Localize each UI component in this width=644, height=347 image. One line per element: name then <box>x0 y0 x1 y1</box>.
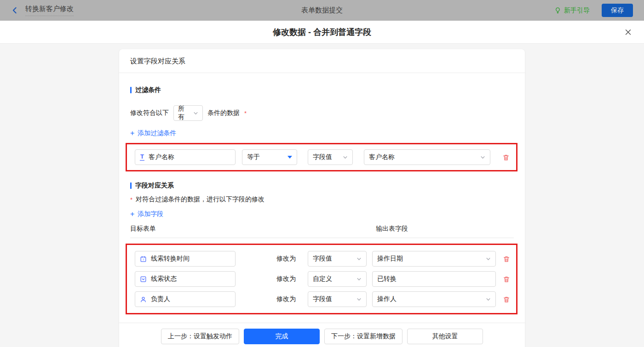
value-type-select[interactable]: 字段值 <box>308 251 367 267</box>
flow-title[interactable]: 转换新客户修改 <box>25 5 74 16</box>
chevron-down-icon <box>356 297 362 302</box>
add-field-label: 添加字段 <box>138 210 163 218</box>
value-type: 字段值 <box>313 255 332 263</box>
filter-field-value: 客户名称 <box>149 153 174 161</box>
output-field-value: 操作日期 <box>377 255 403 263</box>
delete-row-button[interactable] <box>503 296 510 303</box>
output-field-value: 操作人 <box>377 295 397 303</box>
match-mode-value: 所有 <box>178 105 190 121</box>
mapping-row: 7 线索转换时间 修改为 字段值 操作日期 <box>135 251 516 267</box>
target-field-value: 线索状态 <box>151 275 177 283</box>
plus-icon: + <box>130 210 134 218</box>
target-field-input[interactable]: 7 线索转换时间 <box>135 251 236 267</box>
dialog-body: 设置字段对应关系 过滤条件 修改符合以下 所有 条件的数据 * + <box>0 44 644 347</box>
save-button[interactable]: 保存 <box>602 4 633 17</box>
custom-value: 已转换 <box>377 275 397 283</box>
close-button[interactable] <box>624 28 632 36</box>
next-step-button[interactable]: 下一步：设置新增数据 <box>324 329 402 344</box>
chevron-down-icon <box>486 256 491 262</box>
done-button[interactable]: 完成 <box>244 329 320 344</box>
target-field-value: 负责人 <box>151 295 170 303</box>
modify-label: 修改为 <box>276 255 296 263</box>
chevron-down-icon <box>343 155 348 160</box>
prev-step-button[interactable]: 上一步：设置触发动作 <box>161 329 239 344</box>
lightbulb-icon <box>554 7 561 14</box>
delete-row-button[interactable] <box>503 255 510 263</box>
required-mark: * <box>244 110 247 117</box>
filter-section-title: 过滤条件 <box>130 86 514 94</box>
caret-down-icon <box>288 156 292 159</box>
mapping-column-headers: 目标表单 输出表字段 <box>130 225 514 233</box>
dialog-title: 修改数据 - 合并到普通字段 <box>273 27 371 38</box>
mapping-description-text: 对符合过滤条件的数据，进行以下字段的修改 <box>136 195 264 204</box>
col-output-field: 输出表字段 <box>376 225 408 233</box>
output-field-select[interactable]: 操作人 <box>372 291 496 307</box>
target-field-input[interactable]: 线索状态 <box>135 271 236 287</box>
trash-icon <box>503 255 510 263</box>
value-type-select[interactable]: 字段值 <box>308 149 353 165</box>
guide-link[interactable]: 新手引导 <box>554 6 590 15</box>
plus-icon: + <box>130 130 134 137</box>
mapping-section-title: 字段对应关系 <box>130 182 514 190</box>
custom-value-input[interactable]: 已转换 <box>372 271 496 287</box>
trash-icon <box>503 275 510 283</box>
filter-section-label: 过滤条件 <box>135 86 161 94</box>
modify-label: 修改为 <box>276 295 296 303</box>
match-row: 修改符合以下 所有 条件的数据 * <box>130 105 514 121</box>
add-filter-label: 添加过滤条件 <box>138 129 176 137</box>
calendar-icon: 7 <box>140 256 147 262</box>
compare-value: 客户名称 <box>369 153 395 161</box>
mapping-row: 线索状态 修改为 自定义 已转换 <box>135 271 516 287</box>
modify-label: 修改为 <box>276 275 296 283</box>
chevron-down-icon <box>193 111 198 116</box>
back-button[interactable] <box>11 6 19 14</box>
filter-field-input[interactable]: T 客户名称 <box>135 149 236 165</box>
value-type: 字段值 <box>313 295 332 303</box>
delete-row-button[interactable] <box>503 275 510 283</box>
dropdown-field-icon <box>140 276 147 283</box>
mapping-description: * 对符合过滤条件的数据，进行以下字段的修改 <box>130 195 514 204</box>
operator-select[interactable]: 等于 <box>242 149 297 165</box>
chevron-left-icon <box>11 6 19 14</box>
target-field-input[interactable]: 负责人 <box>135 291 236 307</box>
value-type-select[interactable]: 自定义 <box>308 271 367 287</box>
target-field-value: 线索转换时间 <box>151 255 190 263</box>
operator-value: 等于 <box>247 153 260 161</box>
close-icon <box>624 28 632 36</box>
topbar: 转换新客户修改 表单数据提交 新手引导 保存 <box>0 0 644 21</box>
add-field-link[interactable]: + 添加字段 <box>130 210 163 218</box>
text-field-icon: T <box>140 154 144 161</box>
compare-value-select[interactable]: 客户名称 <box>364 149 490 165</box>
dialog-header: 修改数据 - 合并到普通字段 <box>0 21 644 44</box>
col-target-form: 目标表单 <box>130 225 156 233</box>
divider <box>130 238 514 238</box>
value-type: 自定义 <box>313 275 332 283</box>
output-field-select[interactable]: 操作日期 <box>372 251 496 267</box>
filter-annotation-box: T 客户名称 等于 字段值 客户名称 <box>126 143 518 171</box>
chevron-down-icon <box>486 297 491 302</box>
svg-text:7: 7 <box>143 258 144 261</box>
value-type-select[interactable]: 字段值 <box>308 291 367 307</box>
match-prefix: 修改符合以下 <box>130 109 169 117</box>
filter-condition-row: T 客户名称 等于 字段值 客户名称 <box>135 149 516 165</box>
section-bar <box>130 182 132 189</box>
value-type: 字段值 <box>313 153 332 161</box>
settings-card: 设置字段对应关系 过滤条件 修改符合以下 所有 条件的数据 * + <box>119 49 525 347</box>
mapping-section-label: 字段对应关系 <box>135 182 174 190</box>
chevron-down-icon <box>356 256 362 262</box>
add-filter-condition-link[interactable]: + 添加过滤条件 <box>130 129 176 137</box>
delete-condition-button[interactable] <box>502 154 510 161</box>
card-header: 设置字段对应关系 <box>119 49 525 73</box>
guide-label: 新手引导 <box>564 6 590 15</box>
chevron-down-icon <box>480 155 485 160</box>
mapping-row: 负责人 修改为 字段值 操作人 <box>135 291 516 307</box>
other-settings-button[interactable]: 其他设置 <box>407 329 483 344</box>
trash-icon <box>502 154 510 161</box>
match-mode-select[interactable]: 所有 <box>173 105 203 121</box>
section-bar <box>130 87 132 93</box>
mapping-annotation-box: 7 线索转换时间 修改为 字段值 操作日期 <box>126 244 518 314</box>
trash-icon <box>503 296 510 303</box>
page-title: 表单数据提交 <box>301 6 343 15</box>
person-icon <box>140 296 147 303</box>
dialog-footer: 上一步：设置触发动作 完成 下一步：设置新增数据 其他设置 <box>119 323 525 347</box>
